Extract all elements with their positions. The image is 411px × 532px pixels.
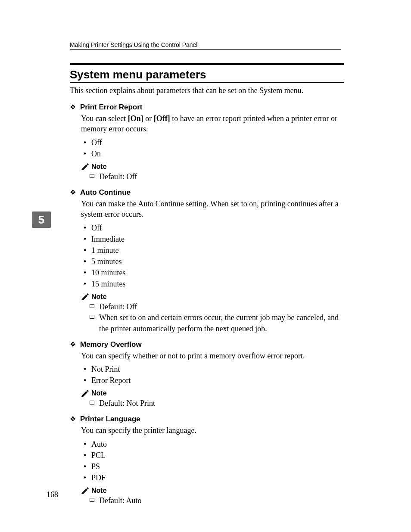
section-title-rule <box>70 82 344 83</box>
list-item: PCL <box>91 450 346 461</box>
note-item: Default: Not Print <box>90 398 346 409</box>
param-printer-language: ❖ Printer Language You can specify the p… <box>70 415 346 506</box>
list-item: 10 minutes <box>91 267 346 278</box>
list-item: PS <box>91 461 346 472</box>
note-list: Default: Not Print <box>90 398 346 409</box>
page-number: 168 <box>47 490 58 499</box>
note-heading: Note <box>81 163 346 171</box>
note-label: Note <box>91 389 107 397</box>
list-item: On <box>91 148 346 159</box>
param-title: Memory Overflow <box>80 340 142 349</box>
pencil-icon <box>81 293 89 300</box>
note-label: Note <box>91 487 107 495</box>
list-item: Off <box>91 137 346 148</box>
chapter-tab: 5 <box>32 212 51 228</box>
note-item: When set to on and certain errors occur,… <box>90 312 346 334</box>
list-item: 15 minutes <box>91 278 346 289</box>
param-memory-overflow: ❖ Memory Overflow You can specify whethe… <box>70 340 346 409</box>
note-heading: Note <box>81 389 346 397</box>
list-item: Auto <box>91 439 346 450</box>
list-item: Error Report <box>91 375 346 386</box>
list-item: 5 minutes <box>91 256 346 267</box>
header-rule <box>70 49 341 50</box>
pencil-icon <box>81 163 89 170</box>
content-area: This section explains about parameters t… <box>70 86 346 512</box>
note-label: Note <box>91 293 107 301</box>
param-print-error-report: ❖ Print Error Report You can select [On]… <box>70 103 346 182</box>
param-title: Printer Language <box>80 415 140 423</box>
option-list: Not Print Error Report <box>91 364 346 386</box>
note-label: Note <box>91 163 107 171</box>
note-list: Default: Off <box>90 171 346 182</box>
option-list: Off On <box>91 137 346 159</box>
list-item: Immediate <box>91 233 346 245</box>
param-title: Print Error Report <box>80 103 143 112</box>
note-list: Default: Off When set to on and certain … <box>90 302 346 334</box>
note-item: Default: Off <box>90 302 346 312</box>
note-item: Default: Off <box>90 171 346 182</box>
note-heading: Note <box>81 487 346 495</box>
param-description: You can make the Auto Continue setting. … <box>81 199 346 220</box>
note-heading: Note <box>81 293 346 301</box>
diamond-icon: ❖ <box>70 104 76 111</box>
param-description: You can select [On] or [Off] to have an … <box>81 113 346 134</box>
param-title: Auto Continue <box>80 188 131 197</box>
pencil-icon <box>81 390 89 397</box>
diamond-icon: ❖ <box>70 189 76 196</box>
running-header: Making Printer Settings Using the Contro… <box>70 41 197 48</box>
list-item: 1 minute <box>91 245 346 256</box>
param-description: You can specify the printer language. <box>81 425 346 436</box>
list-item: PDF <box>91 472 346 483</box>
option-list: Auto PCL PS PDF <box>91 439 346 483</box>
note-item: Default: Auto <box>90 495 346 506</box>
intro-text: This section explains about parameters t… <box>70 86 346 95</box>
param-auto-continue: ❖ Auto Continue You can make the Auto Co… <box>70 188 346 334</box>
section-title: System menu parameters <box>70 68 206 81</box>
diamond-icon: ❖ <box>70 416 76 423</box>
pencil-icon <box>81 487 89 494</box>
section-top-rule <box>70 63 344 65</box>
param-description: You can specify whether or not to print … <box>81 351 346 361</box>
option-list: Off Immediate 1 minute 5 minutes 10 minu… <box>91 222 346 290</box>
list-item: Not Print <box>91 364 346 375</box>
diamond-icon: ❖ <box>70 341 76 348</box>
list-item: Off <box>91 222 346 233</box>
note-list: Default: Auto <box>90 495 346 506</box>
